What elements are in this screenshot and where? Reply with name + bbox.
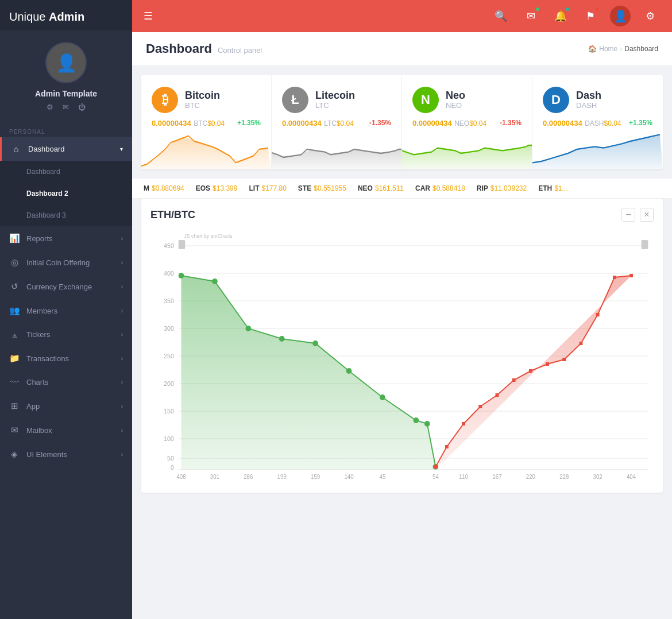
sidebar-section-personal: PERSONAL: [0, 121, 132, 137]
svg-point-26: [346, 368, 352, 374]
crypto-card-ltc: Ł Litecoin LTC 0.00000434 LTC$0.04 -1.35…: [272, 75, 402, 169]
crypto-card-header: Ł Litecoin LTC: [282, 87, 391, 113]
sidebar-item-label: App: [26, 402, 40, 411]
sidebar-item-label: Currency Exchange: [26, 283, 92, 291]
sidebar-item-tickers[interactable]: ⟁ Tickers ›: [0, 323, 132, 346]
crypto-price-label: NEO$0.04: [454, 119, 486, 127]
mail-button[interactable]: ✉: [520, 6, 541, 26]
svg-text:50: 50: [167, 455, 174, 462]
ticker-value: $0.551955: [314, 184, 346, 192]
svg-rect-34: [462, 422, 465, 425]
svg-text:302: 302: [593, 474, 603, 480]
chart-close-button[interactable]: ×: [640, 208, 654, 222]
crypto-card-dash: D Dash DASH 0.00000434 DASH$0.04 +1.35%: [532, 75, 663, 169]
chart-minimize-button[interactable]: −: [621, 208, 635, 222]
crypto-sparkline: [272, 129, 401, 169]
power-icon[interactable]: ⏻: [78, 103, 86, 111]
brand-unique: Unique: [9, 10, 45, 23]
svg-text:199: 199: [277, 474, 287, 480]
crypto-price-crypto: 0.00000434: [152, 119, 191, 127]
chart-section: ETH/BTC − ×: [141, 199, 663, 493]
ticker-item: EOS $13.399: [196, 184, 238, 192]
sidebar-item-mailbox[interactable]: ✉ Mailbox ›: [0, 418, 132, 442]
flag-button[interactable]: ⚑: [580, 6, 601, 26]
svg-rect-40: [562, 358, 566, 361]
crypto-prices: 0.00000434 BTC$0.04: [152, 118, 225, 128]
chevron-right-icon: ›: [121, 379, 123, 385]
breadcrumb-home[interactable]: 🏠: [588, 45, 597, 53]
crypto-name: Dash: [576, 90, 601, 102]
svg-text:400: 400: [164, 270, 174, 277]
sidebar-item-transactions[interactable]: 📁 Transactions ›: [0, 346, 132, 370]
sidebar-item-label: Charts: [26, 378, 48, 386]
crypto-card-header: ₿ Bitcoin BTC: [152, 87, 261, 113]
breadcrumb-home-label[interactable]: Home: [599, 45, 617, 53]
page-content: Dashboard Control panel 🏠 Home › Dashboa…: [132, 32, 672, 619]
sidebar-sub-item-dashboard3[interactable]: Dashboard 3: [0, 204, 132, 226]
svg-text:220: 220: [526, 474, 536, 480]
svg-text:54: 54: [432, 474, 439, 480]
crypto-icon-neo: N: [412, 87, 439, 113]
svg-text:300: 300: [164, 325, 174, 332]
svg-text:110: 110: [459, 474, 469, 480]
dashboard-icon: ⌂: [11, 144, 21, 154]
avatar: 👤: [45, 42, 87, 83]
sidebar-item-dashboard[interactable]: ⌂ Dashboard ▾: [0, 137, 132, 161]
sidebar-item-label: Initial Coin Offering: [26, 258, 90, 267]
search-button[interactable]: 🔍: [491, 6, 511, 26]
chevron-right-icon: ›: [121, 451, 123, 458]
crypto-sparkline: [402, 129, 532, 169]
ticker-value: $1...: [554, 184, 567, 192]
sidebar-item-members[interactable]: 👥 Members ›: [0, 299, 132, 323]
sidebar-item-app[interactable]: ⊞ App ›: [0, 394, 132, 418]
svg-rect-44: [629, 274, 633, 277]
brand-admin: Admin: [49, 10, 84, 23]
sidebar-item-charts[interactable]: 〰 Charts ›: [0, 370, 132, 394]
ico-icon: ◎: [9, 257, 20, 268]
sidebar-item-ico[interactable]: ◎ Initial Coin Offering ›: [0, 250, 132, 274]
tickers-icon: ⟁: [9, 330, 20, 339]
svg-text:159: 159: [311, 474, 320, 480]
sidebar-item-label: Mailbox: [26, 426, 52, 435]
ticker-item: ETH $1...: [538, 184, 567, 192]
ticker-label: RIP: [477, 184, 488, 192]
crypto-price-row: 0.00000434 NEO$0.04 -1.35%: [412, 118, 522, 128]
user-avatar-button[interactable]: 👤: [610, 6, 631, 26]
breadcrumb: 🏠 Home › Dashboard: [588, 45, 658, 53]
svg-point-28: [413, 417, 419, 423]
crypto-icon-ltc: Ł: [282, 87, 308, 113]
chevron-right-icon: ›: [121, 355, 123, 362]
page-subtitle: Control panel: [218, 46, 262, 55]
crypto-card-header: D Dash DASH: [543, 87, 652, 113]
currency-icon: ↺: [9, 281, 20, 292]
sidebar-item-currency[interactable]: ↺ Currency Exchange ›: [0, 274, 132, 299]
crypto-change: +1.35%: [237, 119, 261, 127]
crypto-card-header: N Neo NEO: [412, 87, 522, 113]
ticker-strip: M $0.880694 EOS $13.399 LIT $177.80 STE …: [132, 179, 672, 199]
settings-icon[interactable]: ⚙: [47, 103, 53, 111]
ticker-item: M $0.880694: [144, 184, 184, 192]
svg-rect-37: [512, 378, 516, 382]
crypto-price-crypto: 0.00000434: [282, 119, 322, 127]
gear-button[interactable]: ⚙: [640, 6, 661, 26]
sidebar-sub-item-dashboard2[interactable]: Dashboard 2: [0, 183, 132, 204]
crypto-prices: 0.00000434 NEO$0.04: [412, 118, 486, 128]
hamburger-button[interactable]: ☰: [144, 10, 153, 22]
svg-text:45: 45: [380, 474, 386, 480]
sidebar-item-ui[interactable]: ◈ UI Elements ›: [0, 442, 132, 466]
svg-rect-33: [445, 445, 449, 448]
svg-text:301: 301: [210, 474, 219, 480]
notifications-button[interactable]: 🔔: [550, 6, 571, 26]
svg-rect-42: [596, 313, 600, 316]
sidebar-item-label: Dashboard: [28, 145, 65, 153]
svg-rect-36: [496, 393, 499, 397]
mail-icon[interactable]: ✉: [63, 103, 69, 111]
ticker-label: ETH: [538, 184, 552, 192]
sidebar-item-label: Tickers: [26, 330, 50, 339]
page-title-area: Dashboard Control panel: [146, 41, 262, 56]
crypto-sparkline: [532, 129, 663, 169]
ticker-value: $13.399: [213, 184, 237, 192]
sidebar-sub-item-dashboard1[interactable]: Dashboard: [0, 161, 132, 183]
crypto-price-row: 0.00000434 BTC$0.04 +1.35%: [152, 118, 261, 128]
sidebar-item-reports[interactable]: 📊 Reports ›: [0, 226, 132, 250]
